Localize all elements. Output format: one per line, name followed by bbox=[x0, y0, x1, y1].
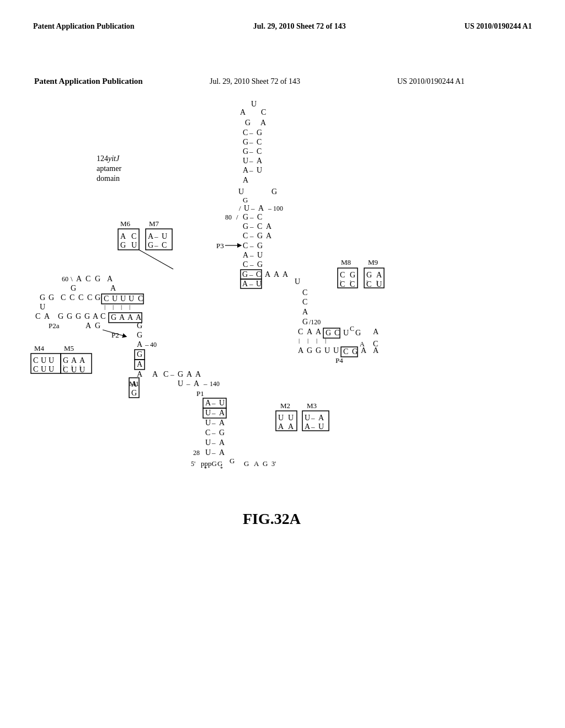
svg-text:pppG: pppG bbox=[201, 459, 217, 468]
svg-text:C: C bbox=[131, 232, 136, 240]
svg-text:G: G bbox=[178, 370, 183, 378]
svg-text:G: G bbox=[244, 459, 249, 468]
svg-text:domain: domain bbox=[97, 174, 120, 183]
svg-text:–: – bbox=[211, 419, 216, 427]
svg-text:U: U bbox=[41, 356, 46, 365]
svg-text:yitJ: yitJ bbox=[107, 154, 120, 163]
svg-text:C: C bbox=[61, 293, 66, 302]
svg-text:|: | bbox=[113, 303, 114, 310]
svg-text:A: A bbox=[137, 360, 143, 368]
svg-text:G: G bbox=[243, 147, 248, 156]
svg-text:G: G bbox=[120, 241, 126, 249]
svg-text:A: A bbox=[360, 340, 365, 348]
svg-text:G: G bbox=[271, 188, 277, 196]
svg-text:A: A bbox=[243, 251, 249, 259]
svg-text:|: | bbox=[104, 303, 105, 310]
svg-text:|: | bbox=[325, 337, 326, 344]
svg-text:A: A bbox=[266, 222, 272, 231]
svg-text:C: C bbox=[350, 280, 355, 288]
svg-text:U: U bbox=[178, 379, 183, 388]
svg-text:A: A bbox=[265, 270, 271, 279]
svg-text:C: C bbox=[257, 138, 262, 146]
svg-text:–: – bbox=[249, 147, 253, 156]
svg-text:C: C bbox=[243, 232, 248, 240]
svg-text:Jul. 29, 2010   Sheet 72 of 14: Jul. 29, 2010 Sheet 72 of 143 bbox=[210, 77, 300, 85]
svg-text:C: C bbox=[243, 129, 248, 137]
svg-text:G: G bbox=[355, 329, 361, 337]
svg-text:A: A bbox=[260, 119, 266, 127]
svg-text:U: U bbox=[238, 188, 244, 196]
svg-text:/: / bbox=[239, 204, 241, 212]
svg-text:–: – bbox=[211, 429, 216, 437]
svg-text:C: C bbox=[87, 293, 92, 302]
svg-text:C: C bbox=[340, 271, 345, 279]
svg-text:G: G bbox=[71, 284, 76, 292]
svg-text:A: A bbox=[194, 379, 200, 388]
svg-text:80: 80 bbox=[225, 213, 232, 221]
svg-text:–: – bbox=[249, 213, 254, 221]
svg-text:U: U bbox=[257, 166, 262, 174]
svg-text:G: G bbox=[302, 318, 308, 326]
svg-text:U: U bbox=[343, 329, 349, 337]
svg-text:U: U bbox=[305, 414, 310, 422]
svg-text:G: G bbox=[366, 271, 372, 279]
svg-text:*: * bbox=[204, 465, 207, 472]
svg-text:P4: P4 bbox=[335, 356, 343, 365]
svg-text:U: U bbox=[49, 365, 54, 373]
svg-text:A: A bbox=[254, 459, 259, 468]
svg-text:G: G bbox=[76, 312, 81, 320]
svg-text:A: A bbox=[219, 419, 225, 427]
svg-text:A: A bbox=[107, 275, 113, 283]
svg-text:aptamer: aptamer bbox=[97, 164, 121, 173]
svg-text:–: – bbox=[154, 232, 158, 240]
svg-text:G: G bbox=[257, 242, 263, 250]
svg-text:A: A bbox=[307, 328, 313, 336]
svg-text:C: C bbox=[257, 222, 262, 231]
svg-text:P3: P3 bbox=[216, 242, 224, 250]
page: Patent Application Publication Jul. 29, … bbox=[0, 0, 565, 728]
svg-text:U: U bbox=[205, 438, 211, 447]
svg-text:U: U bbox=[288, 414, 294, 422]
svg-text:G: G bbox=[316, 346, 321, 355]
svg-text:G: G bbox=[137, 350, 142, 358]
svg-text:G: G bbox=[137, 331, 142, 339]
svg-text:A: A bbox=[44, 312, 50, 320]
svg-text:28: 28 bbox=[193, 449, 200, 457]
svg-text:–: – bbox=[211, 409, 216, 417]
svg-text:P2a: P2a bbox=[49, 322, 60, 330]
svg-text:C: C bbox=[243, 242, 248, 250]
svg-text:A: A bbox=[240, 108, 246, 116]
svg-text:140: 140 bbox=[210, 380, 220, 388]
svg-text:U: U bbox=[251, 100, 257, 108]
svg-text:A: A bbox=[76, 275, 82, 283]
svg-text:A: A bbox=[373, 328, 379, 336]
svg-text:*: * bbox=[220, 465, 223, 472]
svg-text:–: – bbox=[211, 438, 216, 447]
svg-text:A: A bbox=[376, 271, 382, 279]
svg-text:A: A bbox=[298, 346, 304, 355]
svg-text:C: C bbox=[70, 293, 74, 302]
svg-text:A: A bbox=[219, 409, 225, 417]
svg-text:M2: M2 bbox=[280, 402, 290, 410]
svg-text:M7: M7 bbox=[149, 220, 159, 228]
svg-text:–: – bbox=[249, 270, 253, 279]
svg-text:/: / bbox=[236, 213, 238, 221]
svg-text:A: A bbox=[93, 312, 99, 320]
svg-text:A: A bbox=[110, 284, 116, 292]
svg-text:G: G bbox=[243, 138, 248, 146]
svg-text:U: U bbox=[49, 356, 54, 365]
svg-text:G: G bbox=[148, 241, 153, 249]
svg-text:C: C bbox=[78, 293, 83, 302]
svg-text:U: U bbox=[278, 414, 284, 422]
svg-text:A: A bbox=[131, 380, 137, 388]
svg-text:A: A bbox=[257, 157, 263, 165]
svg-text:C: C bbox=[100, 312, 105, 320]
svg-text:– 100: – 100 bbox=[268, 205, 283, 212]
svg-text:A: A bbox=[137, 340, 143, 349]
svg-text:G: G bbox=[243, 213, 248, 221]
svg-text:U: U bbox=[129, 295, 134, 303]
svg-text:A: A bbox=[148, 232, 154, 240]
svg-text:A: A bbox=[305, 422, 311, 431]
svg-text:C: C bbox=[138, 295, 143, 303]
svg-text:G: G bbox=[326, 329, 331, 337]
